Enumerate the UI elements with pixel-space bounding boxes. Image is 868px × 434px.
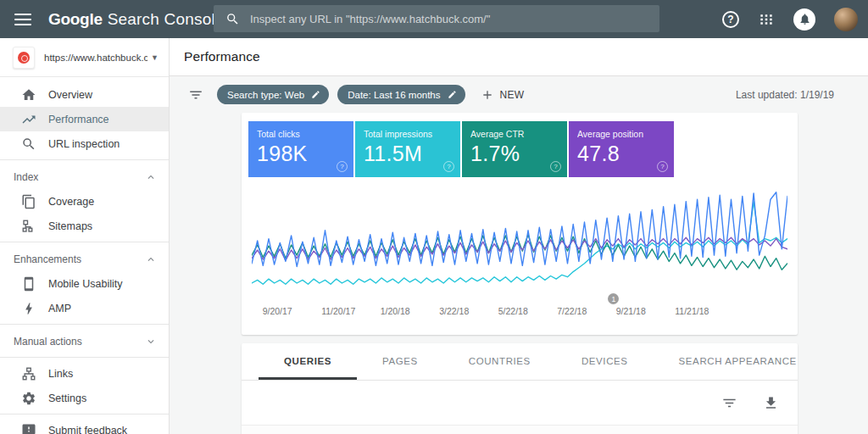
annotation-marker[interactable]: 1 [608,293,619,304]
x-axis-tick-label: 9/20/17 [263,306,292,316]
url-inspect-searchbox[interactable] [214,5,659,32]
sidebar-item-performance[interactable]: Performance [0,107,169,131]
divider [0,159,169,160]
help-icon[interactable]: ? [722,11,739,28]
tab-queries[interactable]: QUERIES [259,343,357,380]
last-updated-text: Last updated: 1/19/19 [736,76,834,113]
smartphone-icon [21,276,36,292]
page-header: Performance [170,38,868,76]
x-axis-tick-label: 11/21/18 [675,306,709,316]
section-enhancements[interactable]: Enhancements [0,248,169,271]
url-inspect-input[interactable] [250,13,623,25]
sidebar-item-links[interactable]: Links [0,361,169,386]
section-index[interactable]: Index [0,165,169,189]
x-axis-tick-label: 5/22/18 [498,306,528,316]
performance-chart-card: Total clicks 198K ? Total impressions 11… [242,113,798,335]
metric-cards-row: Total clicks 198K ? Total impressions 11… [242,113,798,177]
divider [0,414,169,415]
table-toolbar [242,381,798,425]
search-icon [225,12,240,26]
sidebar-nav: Overview Performance URL inspection Inde… [0,77,169,434]
tab-pages[interactable]: PAGES [357,343,443,380]
trending-up-icon [21,112,36,127]
property-url: https://www.hatchbuck.com/ [44,53,147,63]
lightning-bolt-icon [21,301,36,316]
apps-grid-icon[interactable] [758,11,775,28]
hamburger-menu-icon[interactable] [14,14,31,25]
main-area: Performance Search type: Web Date: Last … [170,38,868,434]
chevron-up-icon [145,171,157,183]
logo-product-text: Search Console [108,10,225,29]
site-favicon [13,47,35,69]
chevron-down-icon [145,336,157,348]
sidebar-item-amp[interactable]: AMP [0,296,169,320]
tab-devices[interactable]: DEVICES [556,343,654,380]
metric-card-average-ctr[interactable]: Average CTR 1.7% ? [462,121,567,177]
sidebar-item-overview[interactable]: Overview [0,82,169,107]
download-icon[interactable] [763,395,779,411]
x-axis-tick-label: 3/22/18 [439,306,469,316]
divider [0,357,169,358]
user-avatar[interactable] [834,8,858,31]
topbar-actions: ? [722,0,858,38]
new-filter-button[interactable]: NEW [481,88,525,102]
help-icon[interactable]: ? [443,161,454,172]
magnifier-icon [21,136,36,152]
help-icon[interactable]: ? [337,161,348,172]
search-type-chip[interactable]: Search type: Web [217,85,329,104]
sidebar-item-coverage[interactable]: Coverage [0,189,169,214]
pages-icon [21,194,36,209]
chart-lines [252,189,787,292]
chart-line-clicks [252,192,787,267]
chevron-down-icon: ▼ [151,53,159,62]
home-icon [21,87,36,103]
x-axis-tick-label: 9/21/18 [616,306,646,316]
sidebar-item-mobile-usability[interactable]: Mobile Usability [0,271,169,296]
table-header-row: Query Clicks Impressions CTR Position [242,425,798,434]
notifications-button[interactable] [793,8,815,31]
help-icon[interactable]: ? [550,161,561,172]
dimension-tabs: QUERIES PAGES COUNTRIES DEVICES SEARCH A… [242,343,798,381]
pencil-icon [448,90,457,99]
links-icon [21,366,36,381]
divider [0,242,169,242]
app-logo: Google Search Console [48,10,225,29]
sidebar: https://www.hatchbuck.com/ ▼ Overview Pe… [0,38,170,434]
gear-icon [21,391,36,406]
x-axis-tick-label: 11/20/17 [321,306,355,316]
filter-bar: Search type: Web Date: Last 16 months NE… [170,76,868,113]
filter-list-icon[interactable] [721,395,737,411]
logo-google-text: Google [48,10,103,29]
sidebar-item-sitemaps[interactable]: Sitemaps [0,214,169,238]
tab-countries[interactable]: COUNTRIES [443,343,556,380]
metric-card-total-clicks[interactable]: Total clicks 198K ? [248,121,353,177]
x-axis-labels: 9/20/1711/20/171/20/183/22/185/22/187/22… [252,306,787,320]
metric-card-average-position[interactable]: Average position 47.8 ? [569,121,674,177]
filter-list-icon[interactable] [188,87,203,103]
divider [0,324,169,325]
pencil-icon [311,90,320,99]
section-manual-actions[interactable]: Manual actions [0,330,169,353]
chevron-up-icon [145,253,157,265]
dimensions-table-card: QUERIES PAGES COUNTRIES DEVICES SEARCH A… [242,343,798,434]
help-icon[interactable]: ? [657,161,668,172]
feedback-icon [21,423,36,434]
sidebar-item-submit-feedback[interactable]: Submit feedback [0,418,169,434]
tab-search-appearance[interactable]: SEARCH APPEARANCE [654,343,822,380]
x-axis-tick-label: 7/22/18 [557,306,587,316]
sitemap-tree-icon [21,219,36,234]
top-app-bar: Google Search Console ? [0,0,868,38]
bell-icon [798,13,811,25]
metric-card-total-impressions[interactable]: Total impressions 11.5M ? [355,121,460,177]
date-range-chip[interactable]: Date: Last 16 months [337,85,465,104]
time-series-chart[interactable]: 1 9/20/1711/20/171/20/183/22/185/22/187/… [242,189,798,320]
sidebar-item-url-inspection[interactable]: URL inspection [0,131,169,156]
x-axis-tick-label: 1/20/18 [381,306,410,316]
content-area: Search type: Web Date: Last 16 months NE… [170,76,868,434]
sidebar-item-settings[interactable]: Settings [0,386,169,410]
plus-icon [481,88,494,102]
property-selector[interactable]: https://www.hatchbuck.com/ ▼ [0,38,169,77]
page-title: Performance [184,49,260,64]
annotation-row: 1 [252,292,787,306]
